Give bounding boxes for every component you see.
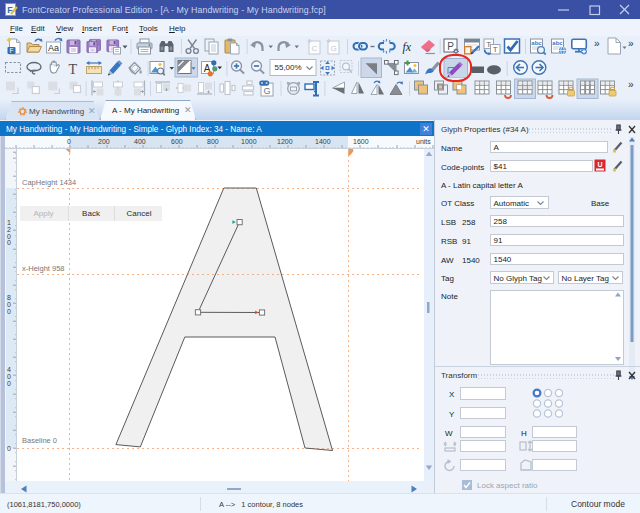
svg-text:fx: fx — [403, 40, 412, 54]
svg-text:x-Height 958: x-Height 958 — [22, 264, 65, 273]
svg-text:U: U — [597, 161, 602, 168]
svg-text:abc: abc — [531, 40, 542, 46]
svg-text:CapHeight 1434: CapHeight 1434 — [22, 178, 76, 187]
svg-text:F: F — [10, 47, 14, 54]
svg-text:T: T — [69, 62, 78, 77]
svg-text:C: C — [312, 44, 318, 53]
svg-text:G: G — [263, 86, 270, 96]
svg-text:abc: abc — [552, 40, 563, 46]
svg-text:»: » — [628, 38, 634, 49]
svg-text:P: P — [447, 41, 454, 52]
svg-text:Aa: Aa — [48, 43, 59, 53]
svg-text:T: T — [493, 45, 498, 54]
svg-text:55,00%: 55,00% — [275, 63, 302, 72]
svg-text:»: » — [594, 38, 600, 49]
svg-text:»: » — [628, 79, 634, 90]
svg-text:G: G — [330, 44, 336, 53]
svg-text:Baseline 0: Baseline 0 — [22, 436, 57, 445]
